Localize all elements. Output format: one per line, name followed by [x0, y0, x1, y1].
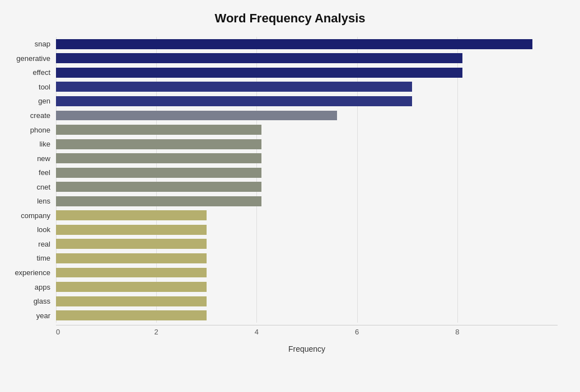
bar-row: phone	[56, 122, 558, 137]
chart-container: Word Frequency Analysis snapgenerativeef…	[0, 0, 580, 392]
x-tick: 8	[455, 328, 459, 336]
bar-track	[56, 82, 558, 92]
bar-track	[56, 282, 558, 292]
bar-fill	[56, 182, 261, 192]
bar-label: time	[6, 254, 56, 262]
x-axis-label: Frequency	[56, 344, 558, 353]
chart-title: Word Frequency Analysis	[22, 11, 558, 26]
bar-row: create	[56, 108, 558, 123]
bar-fill	[56, 210, 207, 220]
bar-track	[56, 125, 558, 135]
bars-wrapper: snapgenerativeeffecttoolgencreatephoneli…	[56, 37, 558, 323]
bar-label: cnet	[6, 183, 56, 191]
bar-track	[56, 153, 558, 163]
bar-track	[56, 139, 558, 149]
bar-track	[56, 225, 558, 235]
bar-label: year	[6, 311, 56, 320]
bar-fill	[56, 168, 261, 178]
bar-row: company	[56, 209, 558, 223]
bar-track	[56, 196, 558, 206]
bar-fill	[56, 111, 337, 121]
x-tick: 0	[56, 328, 60, 336]
bar-label: glass	[6, 297, 56, 305]
bar-fill	[56, 82, 412, 92]
bar-fill	[56, 239, 207, 249]
bar-row: gen	[56, 94, 558, 108]
bar-label: phone	[6, 126, 56, 134]
bar-fill	[56, 39, 532, 49]
bar-row: lens	[56, 194, 558, 209]
bar-label: company	[6, 211, 56, 220]
x-axis: 02468 Frequency	[56, 325, 558, 353]
bar-label: look	[6, 225, 56, 234]
bar-track	[56, 253, 558, 263]
bar-row: effect	[56, 65, 558, 80]
bar-row: feel	[56, 166, 558, 180]
bar-row: cnet	[56, 180, 558, 194]
bar-row: generative	[56, 51, 558, 66]
bar-label: real	[6, 240, 56, 248]
bar-fill	[56, 310, 207, 320]
bar-track	[56, 39, 558, 49]
bar-row: like	[56, 137, 558, 152]
bar-row: real	[56, 237, 558, 252]
x-tick: 4	[255, 328, 259, 336]
bar-row: glass	[56, 294, 558, 309]
bar-label: create	[6, 111, 56, 120]
bar-track	[56, 239, 558, 249]
bar-track	[56, 68, 558, 78]
x-tick: 2	[155, 328, 158, 336]
bar-track	[56, 96, 558, 106]
bar-fill	[56, 153, 261, 163]
bar-label: tool	[6, 83, 56, 91]
bar-track	[56, 182, 558, 192]
bar-fill	[56, 282, 207, 292]
bar-label: apps	[6, 283, 56, 291]
bar-label: experience	[6, 268, 56, 277]
bar-row: experience	[56, 266, 558, 280]
bar-label: gen	[6, 97, 56, 105]
bar-track	[56, 111, 558, 121]
bar-fill	[56, 296, 207, 306]
bar-track	[56, 296, 558, 306]
bar-label: effect	[6, 68, 56, 77]
bar-fill	[56, 139, 261, 149]
bar-label: feel	[6, 168, 56, 177]
bar-label: generative	[6, 54, 56, 63]
x-tick: 6	[355, 328, 359, 336]
bar-fill	[56, 68, 462, 78]
bar-fill	[56, 196, 261, 206]
bar-label: like	[6, 140, 56, 148]
bar-row: tool	[56, 80, 558, 95]
bar-label: snap	[6, 40, 56, 48]
bar-row: snap	[56, 37, 558, 51]
bar-row: time	[56, 251, 558, 266]
bar-fill	[56, 225, 207, 235]
bar-track	[56, 210, 558, 220]
bar-track	[56, 53, 558, 63]
bar-track	[56, 310, 558, 320]
bar-row: look	[56, 223, 558, 237]
bar-label: lens	[6, 197, 56, 205]
bar-label: new	[6, 154, 56, 163]
bar-fill	[56, 125, 261, 135]
bar-track	[56, 268, 558, 278]
bar-fill	[56, 268, 207, 278]
bar-fill	[56, 53, 462, 63]
bar-fill	[56, 253, 207, 263]
bar-row: apps	[56, 280, 558, 294]
bar-row: year	[56, 308, 558, 323]
bar-track	[56, 168, 558, 178]
bar-row: new	[56, 151, 558, 166]
bar-fill	[56, 96, 412, 106]
